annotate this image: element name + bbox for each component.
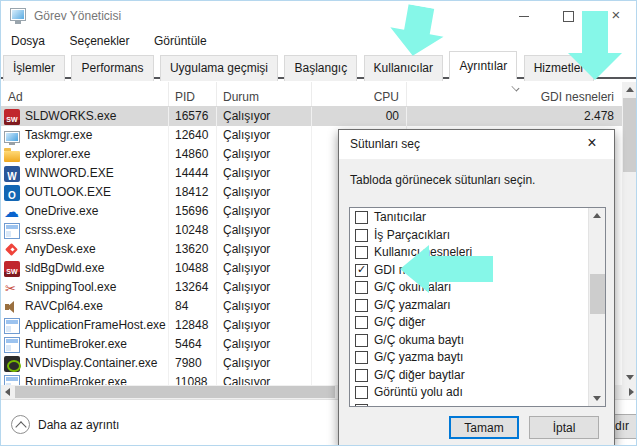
scroll-right-icon[interactable]: [629, 388, 634, 396]
process-pid: 13620: [169, 240, 217, 259]
column-option[interactable]: GDI nesneleri: [350, 262, 588, 280]
process-icon: [4, 223, 20, 239]
checkbox[interactable]: [355, 281, 368, 294]
tab[interactable]: Uygulama geçmişi: [160, 55, 278, 81]
process-status: Çalışıyor: [217, 107, 312, 126]
process-pid: 13264: [169, 278, 217, 297]
column-option[interactable]: G/Ç diğer baytlar: [350, 367, 588, 385]
horizontal-scrollbar-thumb[interactable]: [15, 386, 335, 398]
process-name: sldBgDwld.exe: [25, 259, 104, 278]
column-option-label: GDI nesneleri: [374, 262, 447, 277]
process-status: Çalışıyor: [217, 259, 312, 278]
process-name-cell: sldBgDwld.exe: [1, 259, 169, 278]
column-option[interactable]: Görüntü yolu adı: [350, 384, 588, 402]
process-icon: [4, 185, 20, 201]
scroll-left-icon[interactable]: [5, 388, 10, 396]
process-icon: [4, 242, 20, 258]
process-pid: 12640: [169, 126, 217, 145]
process-name: explorer.exe: [25, 145, 90, 164]
sort-descending-icon: [511, 83, 520, 91]
cancel-button[interactable]: İptal: [529, 416, 599, 439]
process-name: OUTLOOK.EXE: [25, 183, 111, 202]
process-icon: [4, 375, 20, 386]
maximize-button[interactable]: [551, 3, 585, 27]
close-button[interactable]: ×: [599, 3, 633, 27]
tab[interactable]: Kullanıcılar: [364, 55, 443, 81]
column-option[interactable]: G/Ç diğer: [350, 314, 588, 332]
dialog-title: Sütunları seç: [350, 137, 420, 151]
process-pid: 18412: [169, 183, 217, 202]
list-scrollbar[interactable]: [588, 208, 605, 406]
minimize-button[interactable]: [507, 3, 541, 27]
less-details-toggle[interactable]: Daha az ayrıntı: [11, 415, 119, 434]
checkbox[interactable]: [355, 351, 368, 364]
checkbox[interactable]: [355, 229, 368, 242]
checkbox[interactable]: [355, 316, 368, 329]
process-name-cell: ApplicationFrameHost.exe: [1, 316, 169, 335]
scroll-down-icon[interactable]: [626, 375, 634, 380]
menu-item[interactable]: Görüntüle: [144, 32, 217, 48]
scroll-up-icon[interactable]: [626, 87, 634, 92]
process-name: NVDisplay.Container.exe: [25, 354, 158, 373]
process-icon: [4, 280, 20, 296]
list-scroll-down-icon[interactable]: [593, 396, 601, 401]
tab[interactable]: İşlemler: [3, 55, 65, 81]
list-scrollbar-thumb[interactable]: [590, 274, 605, 314]
process-pid: 15696: [169, 202, 217, 221]
process-status: Çalışıyor: [217, 335, 312, 354]
tab[interactable]: Başlangıç: [284, 55, 357, 81]
column-option[interactable]: Tanıtıcılar: [350, 209, 588, 227]
column-header-cpu[interactable]: CPU: [312, 82, 407, 106]
process-name: RuntimeBroker.exe: [25, 335, 127, 354]
tab[interactable]: Hizmetler: [524, 55, 595, 81]
process-status: Çalışıyor: [217, 297, 312, 316]
process-status: Çalışıyor: [217, 126, 312, 145]
process-name: SnippingTool.exe: [25, 278, 116, 297]
menu-item[interactable]: Seçenekler: [59, 32, 139, 48]
column-option[interactable]: G/Ç okumaları: [350, 279, 588, 297]
column-option[interactable]: [350, 402, 588, 408]
process-pid: 84: [169, 297, 217, 316]
process-row[interactable]: SLDWORKS.exe 16576 Çalışıyor 00 2.478: [1, 107, 622, 126]
process-cpu: 00: [312, 107, 407, 126]
checkbox[interactable]: [355, 264, 368, 277]
process-status: Çalışıyor: [217, 164, 312, 183]
process-pid: 7980: [169, 354, 217, 373]
column-option[interactable]: Kullanıcı nesneleri: [350, 244, 588, 262]
checkbox[interactable]: [355, 369, 368, 382]
title-bar: Görev Yöneticisi ×: [1, 1, 636, 31]
dialog-close-button[interactable]: ×: [582, 134, 602, 152]
process-icon: [4, 131, 20, 143]
process-name: RAVCpl64.exe: [25, 297, 103, 316]
column-option[interactable]: İş Parçacıkları: [350, 227, 588, 245]
ok-button[interactable]: Tamam: [449, 416, 519, 439]
column-option[interactable]: G/Ç yazmaları: [350, 297, 588, 315]
checkbox[interactable]: [355, 404, 368, 408]
vertical-scrollbar-thumb[interactable]: [623, 98, 637, 172]
process-name: Taskmgr.exe: [25, 126, 92, 145]
checkbox[interactable]: [355, 299, 368, 312]
column-option[interactable]: G/Ç okuma baytı: [350, 332, 588, 350]
process-name-cell: WINWORD.EXE: [1, 164, 169, 183]
window-title: Görev Yöneticisi: [34, 9, 121, 23]
process-name-cell: Taskmgr.exe: [1, 126, 169, 145]
column-header-gdi-objects[interactable]: GDI nesneleri: [407, 82, 622, 106]
tab[interactable]: Ayrıntılar: [449, 51, 517, 79]
checkbox[interactable]: [355, 246, 368, 259]
column-option[interactable]: G/Ç yazma baytı: [350, 349, 588, 367]
checkbox[interactable]: [355, 211, 368, 224]
dialog-title-bar: Sütunları seç ×: [339, 130, 614, 159]
column-header-status[interactable]: Durum: [217, 82, 312, 106]
process-name: OneDrive.exe: [25, 202, 98, 221]
list-scroll-up-icon[interactable]: [593, 213, 601, 218]
menu-item[interactable]: Dosya: [1, 32, 55, 48]
process-name-cell: NVDisplay.Container.exe: [1, 354, 169, 373]
column-option-label: Tanıtıcılar: [374, 209, 426, 224]
column-header-name[interactable]: Ad: [1, 82, 169, 106]
column-option-label: Görüntü yolu adı: [374, 384, 463, 399]
column-header-pid[interactable]: PID: [169, 82, 217, 106]
checkbox[interactable]: [355, 334, 368, 347]
checkbox[interactable]: [355, 386, 368, 399]
tab[interactable]: Performans: [71, 55, 153, 81]
vertical-scrollbar[interactable]: [622, 82, 637, 385]
